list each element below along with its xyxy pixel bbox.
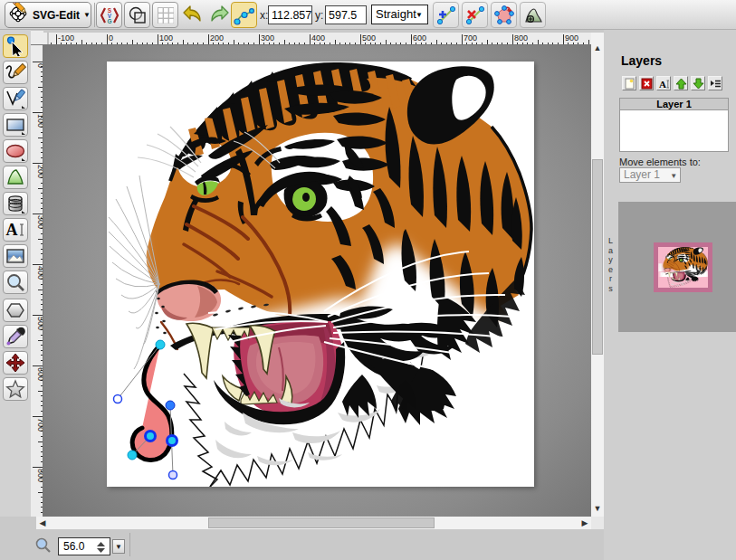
svg-text:200: 200 [36,165,43,178]
svg-text:400: 400 [311,33,325,43]
svg-text:500: 500 [36,317,43,330]
svg-text:800: 800 [514,33,528,43]
svg-text:A: A [6,221,18,239]
svg-text:600: 600 [36,367,43,381]
svg-text:G: G [107,18,111,24]
svg-text:600: 600 [413,33,426,43]
svg-text:0: 0 [109,33,113,43]
svg-text:700: 700 [464,33,477,43]
svg-text:400: 400 [36,266,43,280]
svg-text:100: 100 [36,114,43,128]
svg-text:500: 500 [362,33,376,43]
svg-text:-100: -100 [58,33,74,43]
svg-text:300: 300 [36,215,43,229]
svg-text:800: 800 [36,469,43,482]
svg-text:900: 900 [565,33,578,43]
svg-text:300: 300 [261,33,274,43]
svg-text:700: 700 [36,418,43,432]
svg-text:100: 100 [159,33,173,43]
svg-text:A: A [659,78,666,89]
svg-text:200: 200 [210,33,224,43]
svg-text:0: 0 [36,63,43,68]
